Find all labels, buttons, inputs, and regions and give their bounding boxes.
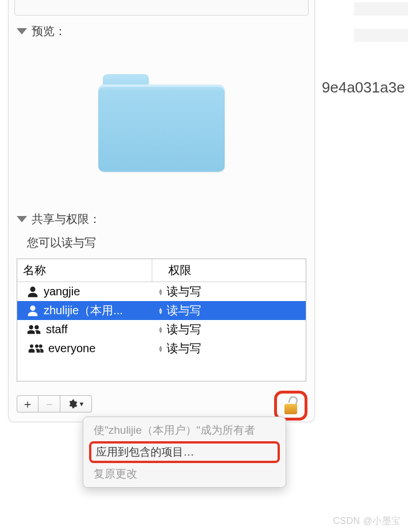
sharing-title: 共享与权限： <box>32 211 101 227</box>
table-row[interactable]: staff▲▼读与写 <box>17 320 306 339</box>
stepper-icon: ▲▼ <box>158 326 163 333</box>
table-row[interactable]: yangjie▲▼读与写 <box>17 282 306 301</box>
background-stripes <box>354 2 408 42</box>
add-button[interactable]: ＋ <box>17 395 39 413</box>
people-pair-icon <box>26 323 41 336</box>
stepper-icon: ▲▼ <box>158 288 163 295</box>
lock-icon[interactable] <box>283 397 298 414</box>
menu-item-make-owner: 使"zhulijie（本用户）"成为所有者 <box>83 421 286 440</box>
permission-cell[interactable]: ▲▼读与写 <box>152 341 306 356</box>
person-icon <box>26 286 39 298</box>
permission-value: 读与写 <box>167 322 201 337</box>
permission-value: 读与写 <box>167 303 201 318</box>
remove-button: － <box>39 395 60 413</box>
user-name-label: zhulijie（本用... <box>44 303 123 318</box>
permissions-table: 名称 权限 yangjie▲▼读与写zhulijie（本用...▲▼读与写sta… <box>17 259 306 381</box>
sharing-body: 您可以读与写 名称 权限 yangjie▲▼读与写zhulijie（本用...▲… <box>9 230 314 390</box>
permission-cell[interactable]: ▲▼读与写 <box>152 284 306 299</box>
background-hash-text: 9e4a031a3e <box>322 79 405 97</box>
permissions-header-row: 名称 权限 <box>17 259 306 282</box>
folder-icon <box>98 74 225 172</box>
preview-section-header[interactable]: 预览： <box>9 16 314 43</box>
action-menu-button[interactable]: ▼ <box>60 395 92 413</box>
disclosure-triangle-icon <box>17 28 27 34</box>
get-info-panel: 预览： 共享与权限： 您可以读与写 名称 权限 yangjie▲▼读与写zhul… <box>8 0 315 422</box>
table-row[interactable]: everyone▲▼读与写 <box>17 339 306 358</box>
people-group-icon <box>26 342 44 355</box>
watermark: CSDN @小墨宝 <box>333 515 401 527</box>
user-name-label: yangjie <box>44 285 80 298</box>
stepper-icon: ▲▼ <box>158 345 163 352</box>
column-header-permission[interactable]: 权限 <box>152 259 306 282</box>
action-context-menu: 使"zhulijie（本用户）"成为所有者 应用到包含的项目… 复原更改 <box>83 417 286 488</box>
person-icon <box>26 304 39 317</box>
menu-item-apply-enclosed[interactable]: 应用到包含的项目… <box>89 441 280 463</box>
preview-title: 预览： <box>32 24 66 39</box>
table-row[interactable]: zhulijie（本用...▲▼读与写 <box>17 301 306 320</box>
menu-item-revert: 复原更改 <box>83 464 286 484</box>
user-name-label: staff <box>46 323 67 336</box>
disclosure-triangle-icon <box>17 216 27 222</box>
user-name-label: everyone <box>48 342 95 355</box>
table-empty-area <box>17 358 306 381</box>
column-header-name[interactable]: 名称 <box>17 259 152 282</box>
top-field-placeholder <box>14 0 309 16</box>
gear-icon <box>67 399 78 409</box>
you-can-label: 您可以读与写 <box>17 230 306 259</box>
permission-value: 读与写 <box>167 341 201 356</box>
chevron-down-icon: ▼ <box>79 400 85 407</box>
permission-value: 读与写 <box>167 284 201 299</box>
stepper-icon: ▲▼ <box>158 307 163 314</box>
permission-cell[interactable]: ▲▼读与写 <box>152 322 306 337</box>
permission-cell[interactable]: ▲▼读与写 <box>152 303 306 318</box>
sharing-section-header[interactable]: 共享与权限： <box>9 203 314 230</box>
preview-body <box>9 43 314 203</box>
